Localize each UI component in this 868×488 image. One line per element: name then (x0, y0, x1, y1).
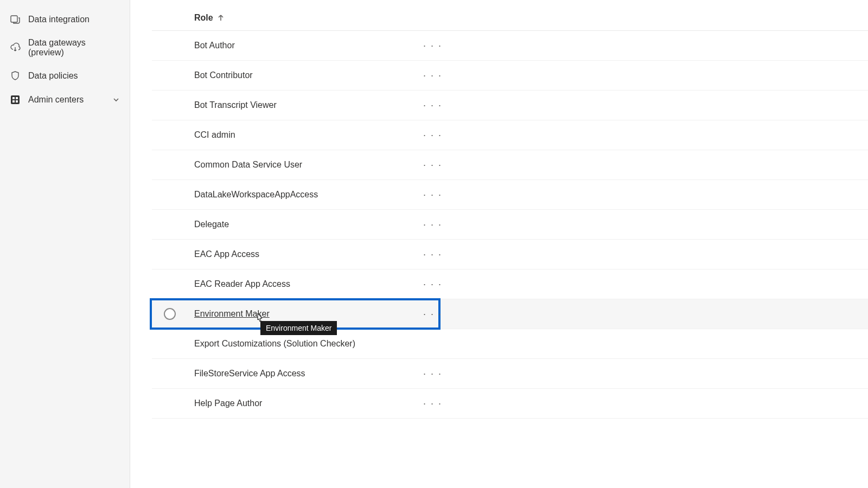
svg-rect-5 (16, 100, 18, 102)
column-header-role[interactable]: Role (194, 13, 224, 23)
more-actions-icon[interactable]: · · · (423, 100, 442, 111)
column-header-label: Role (194, 13, 213, 23)
sidebar-item-admin-centers[interactable]: Admin centers (0, 88, 130, 112)
more-actions-icon[interactable]: · · · (423, 159, 442, 171)
role-name: Delegate (194, 220, 400, 229)
role-name: CCI admin (194, 130, 400, 140)
sidebar-item-label: Admin centers (28, 95, 84, 105)
sidebar-item-data-integration[interactable]: Data integration (0, 8, 130, 31)
role-name: EAC App Access (194, 249, 400, 259)
sidebar-item-label: Data integration (28, 15, 90, 24)
more-actions-icon[interactable]: · · · (423, 249, 442, 260)
more-actions-icon[interactable]: · · · (423, 398, 442, 409)
svg-rect-0 (11, 16, 17, 22)
sort-ascending-icon (218, 14, 224, 22)
more-actions-icon[interactable]: · · · (423, 219, 442, 230)
admin-centers-icon (10, 94, 21, 105)
table-row[interactable]: FileStoreService App Access · · · (152, 359, 868, 389)
svg-rect-2 (12, 97, 15, 99)
more-actions-icon[interactable]: · · · (423, 279, 442, 290)
table-row-highlighted[interactable]: Environment Maker · · · Environment Make… (152, 299, 868, 329)
role-name: Bot Author (194, 41, 400, 50)
more-actions-icon[interactable]: · · · (423, 309, 442, 320)
table-row[interactable]: Export Customizations (Solution Checker)… (152, 329, 868, 359)
role-name: Common Data Service User (194, 160, 400, 170)
role-name: Help Page Author (194, 399, 400, 408)
table-row[interactable]: EAC App Access · · · (152, 240, 868, 269)
table-row[interactable]: Bot Contributor · · · (152, 61, 868, 91)
role-name: EAC Reader App Access (194, 279, 400, 289)
main-content: Role Bot Author · · · Bot Contributor · … (130, 0, 868, 488)
table-row[interactable]: CCI admin · · · (152, 120, 868, 150)
sidebar-item-data-policies[interactable]: Data policies (0, 64, 130, 88)
role-name: Export Customizations (Solution Checker) (194, 339, 400, 349)
more-actions-icon[interactable]: · · · (423, 130, 442, 141)
data-integration-icon (10, 14, 21, 25)
more-actions-icon[interactable]: · · · (423, 70, 442, 81)
svg-rect-4 (12, 100, 15, 102)
table-row[interactable]: Delegate · · · (152, 210, 868, 240)
sidebar-item-data-gateways[interactable]: Data gateways (preview) (0, 31, 130, 64)
role-name: FileStoreService App Access (194, 369, 400, 378)
svg-rect-1 (11, 95, 20, 104)
shield-icon (10, 70, 21, 81)
table-header: Role (152, 8, 868, 31)
cloud-download-icon (10, 42, 21, 53)
table-row[interactable]: Common Data Service User · · · (152, 150, 868, 180)
more-actions-icon[interactable]: · · · (423, 368, 442, 380)
table-row[interactable]: Help Page Author · · · (152, 389, 868, 419)
chevron-down-icon (112, 96, 120, 104)
role-name: Environment Maker (194, 309, 400, 319)
table-row[interactable]: Bot Transcript Viewer · · · (152, 91, 868, 120)
sidebar-item-label: Data gateways (preview) (28, 38, 120, 57)
tooltip: Environment Maker (260, 321, 337, 335)
role-name: Bot Contributor (194, 70, 400, 80)
more-actions-icon[interactable]: · · · (423, 189, 442, 201)
role-name: Bot Transcript Viewer (194, 100, 400, 110)
sidebar-nav: Data integration Data gateways (preview)… (0, 0, 130, 488)
table-row[interactable]: Bot Author · · · (152, 31, 868, 61)
role-name: DataLakeWorkspaceAppAccess (194, 190, 400, 200)
row-select-radio[interactable] (164, 308, 176, 320)
svg-rect-3 (16, 97, 18, 99)
table-row[interactable]: EAC Reader App Access · · · (152, 269, 868, 299)
sidebar-item-label: Data policies (28, 71, 78, 81)
more-actions-icon[interactable]: · · · (423, 40, 442, 52)
table-row[interactable]: DataLakeWorkspaceAppAccess · · · (152, 180, 868, 210)
